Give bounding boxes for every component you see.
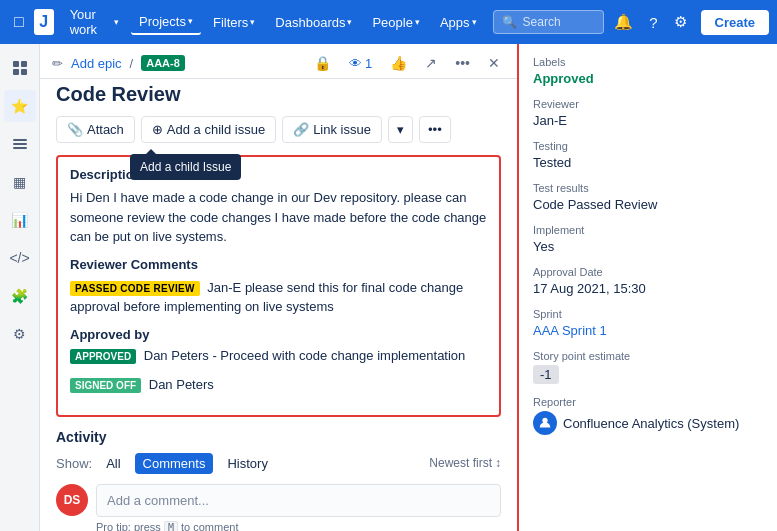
left-sidebar: ⭐ ▦ 📊 </> 🧩 ⚙ xyxy=(0,44,40,531)
issue-title: Code Review xyxy=(40,79,517,116)
chevron-down-icon: ▾ xyxy=(114,17,119,27)
search-icon: 🔍 xyxy=(502,15,517,29)
test-results-label: Test results xyxy=(533,182,763,194)
chevron-down-icon: ▾ xyxy=(347,17,352,27)
svg-rect-6 xyxy=(13,147,27,149)
jira-logo[interactable]: J xyxy=(34,9,54,35)
signed-off-badge: SIGNED OFF xyxy=(70,378,141,393)
show-label: Show: xyxy=(56,456,92,471)
create-button[interactable]: Create xyxy=(701,10,769,35)
chevron-down-icon: ▾ xyxy=(188,16,193,26)
reviewer-comments-label: Reviewer Comments xyxy=(70,257,487,272)
content-area: ✏ Add epic / AAA-8 🔒 👁 1 👍 ↗ ••• ✕ xyxy=(40,44,777,531)
filters-nav[interactable]: Filters ▾ xyxy=(205,11,263,34)
field-test-results: Test results Code Passed Review xyxy=(533,182,763,212)
add-child-issue-button[interactable]: ⊕ Add a child issue xyxy=(141,116,276,143)
settings-icon[interactable]: ⚙ xyxy=(668,9,693,35)
labels-value[interactable]: Approved xyxy=(533,71,763,86)
apps-nav[interactable]: Apps ▾ xyxy=(432,11,485,34)
keyboard-shortcut: M xyxy=(164,521,178,532)
reporter-name: Confluence Analytics (System) xyxy=(563,416,739,431)
test-results-value: Code Passed Review xyxy=(533,197,763,212)
activity-section: Activity Show: All Comments History Newe… xyxy=(40,429,517,532)
add-epic-link[interactable]: Add epic xyxy=(71,56,122,71)
more-options-button[interactable]: ••• xyxy=(419,116,451,143)
watch-count: 1 xyxy=(365,56,372,71)
field-labels: Labels Approved xyxy=(533,56,763,86)
watch-icon[interactable]: 👁 1 xyxy=(344,53,377,74)
approved-text: APPROVED Dan Peters - Proceed with code … xyxy=(70,346,487,366)
field-story-points: Story point estimate -1 xyxy=(533,350,763,384)
thumbsup-icon[interactable]: 👍 xyxy=(385,52,412,74)
sidebar-item-star[interactable]: ⭐ xyxy=(4,90,36,122)
testing-label: Testing xyxy=(533,140,763,152)
show-comments-button[interactable]: Comments xyxy=(135,453,214,474)
show-history-button[interactable]: History xyxy=(219,453,275,474)
modal-actions: 🔒 👁 1 👍 ↗ ••• ✕ xyxy=(309,52,505,74)
link-issue-button[interactable]: 🔗 Link issue xyxy=(282,116,382,143)
modal-breadcrumb: ✏ Add epic / AAA-8 xyxy=(52,55,185,71)
more-icon[interactable]: ••• xyxy=(450,52,475,74)
implement-label: Implement xyxy=(533,224,763,236)
labels-label: Labels xyxy=(533,56,763,68)
sidebar-item-chart[interactable]: 📊 xyxy=(4,204,36,236)
svg-rect-3 xyxy=(21,69,27,75)
sprint-label: Sprint xyxy=(533,308,763,320)
approved-by-label: Approved by xyxy=(70,327,487,342)
breadcrumb-separator: / xyxy=(130,56,134,71)
lock-icon[interactable]: 🔒 xyxy=(309,52,336,74)
signed-off-text: SIGNED OFF Dan Peters xyxy=(70,375,487,395)
sidebar-item-home[interactable] xyxy=(4,52,36,84)
close-icon[interactable]: ✕ xyxy=(483,52,505,74)
sprint-value[interactable]: AAA Sprint 1 xyxy=(533,323,763,338)
top-navigation: □ J Your work ▾ Projects ▾ Filters ▾ Das… xyxy=(0,0,777,44)
show-filter-row: Show: All Comments History Newest first … xyxy=(56,453,501,474)
reviewer-comment-text: PASSED CODE REVIEW Jan-E please send thi… xyxy=(70,278,487,317)
your-work-nav[interactable]: Your work ▾ xyxy=(62,3,127,41)
notifications-icon[interactable]: 🔔 xyxy=(608,9,639,35)
newest-first-button[interactable]: Newest first ↕ xyxy=(429,456,501,470)
grid-icon[interactable]: □ xyxy=(8,9,30,35)
paperclip-icon: 📎 xyxy=(67,122,83,137)
people-nav[interactable]: People ▾ xyxy=(364,11,427,34)
description-text: Hi Den I have made a code change in our … xyxy=(70,188,487,247)
approval-date-value: 17 Aug 2021, 15:30 xyxy=(533,281,763,296)
sidebar-item-puzzle[interactable]: 🧩 xyxy=(4,280,36,312)
svg-rect-0 xyxy=(13,61,19,67)
svg-rect-5 xyxy=(13,143,27,145)
comment-row: DS Add a comment... xyxy=(56,484,501,517)
chevron-down-icon: ▾ xyxy=(415,17,420,27)
attach-button[interactable]: 📎 Attach xyxy=(56,116,135,143)
description-label: Description xyxy=(70,167,487,182)
dashboards-nav[interactable]: Dashboards ▾ xyxy=(267,11,360,34)
story-points-value: -1 xyxy=(533,365,559,384)
chevron-down-icon: ▾ xyxy=(250,17,255,27)
sidebar-item-board[interactable]: ▦ xyxy=(4,166,36,198)
user-avatar: DS xyxy=(56,484,88,516)
svg-rect-4 xyxy=(13,139,27,141)
reviewer-value: Jan-E xyxy=(533,113,763,128)
description-section: Description Hi Den I have made a code ch… xyxy=(56,155,501,417)
more-actions-dropdown[interactable]: ▾ xyxy=(388,116,413,143)
pro-tip-text: Pro tip: press M to comment xyxy=(56,521,501,532)
projects-nav[interactable]: Projects ▾ xyxy=(131,10,201,35)
field-reporter: Reporter Confluence Analytics (System) xyxy=(533,396,763,435)
action-toolbar: 📎 Attach ⊕ Add a child issue 🔗 Link issu… xyxy=(40,116,517,155)
issue-detail: ✏ Add epic / AAA-8 🔒 👁 1 👍 ↗ ••• ✕ xyxy=(40,44,517,531)
search-box[interactable]: 🔍 Search xyxy=(493,10,605,34)
field-testing: Testing Tested xyxy=(533,140,763,170)
sidebar-item-settings[interactable]: ⚙ xyxy=(4,318,36,350)
sidebar-item-layers[interactable] xyxy=(4,128,36,160)
show-all-button[interactable]: All xyxy=(98,453,128,474)
sidebar-item-code[interactable]: </> xyxy=(4,242,36,274)
activity-title: Activity xyxy=(56,429,501,445)
reporter-label: Reporter xyxy=(533,396,763,408)
issue-badge[interactable]: AAA-8 xyxy=(141,55,185,71)
share-icon[interactable]: ↗ xyxy=(420,52,442,74)
field-sprint: Sprint AAA Sprint 1 xyxy=(533,308,763,338)
testing-value: Tested xyxy=(533,155,763,170)
svg-rect-2 xyxy=(13,69,19,75)
help-icon[interactable]: ? xyxy=(643,10,663,35)
comment-input[interactable]: Add a comment... xyxy=(96,484,501,517)
reporter-row: Confluence Analytics (System) xyxy=(533,411,763,435)
